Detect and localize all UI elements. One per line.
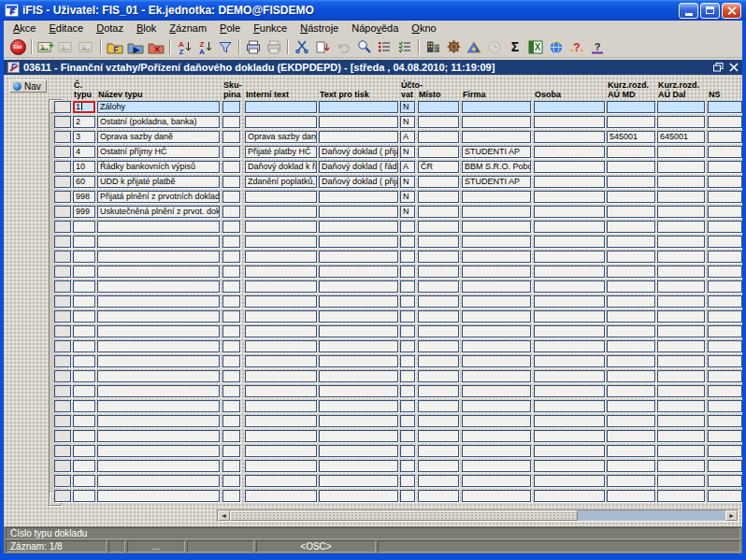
cell-skupina[interactable] bbox=[222, 475, 240, 487]
cell-osoba[interactable] bbox=[534, 385, 605, 397]
cell-skupina[interactable] bbox=[222, 191, 240, 203]
mdi-close-icon[interactable] bbox=[729, 63, 739, 72]
cell-dal[interactable] bbox=[657, 191, 705, 203]
row-selector[interactable] bbox=[54, 266, 71, 278]
cell-md[interactable] bbox=[607, 176, 655, 188]
cell-ns[interactable] bbox=[708, 101, 742, 113]
cell-skupina[interactable] bbox=[222, 325, 240, 337]
cell-uctovat[interactable] bbox=[400, 385, 415, 397]
cell-md[interactable] bbox=[607, 340, 655, 352]
cell-nazev[interactable] bbox=[97, 236, 220, 248]
cell-md[interactable] bbox=[607, 221, 655, 233]
cell-firma[interactable] bbox=[462, 445, 531, 457]
cell-md[interactable] bbox=[607, 490, 655, 502]
cell-misto[interactable] bbox=[418, 101, 459, 113]
row-selector[interactable] bbox=[54, 400, 71, 412]
cell-uctovat[interactable] bbox=[400, 490, 415, 502]
sort-descending-button[interactable]: ZA bbox=[194, 37, 215, 56]
cell-md[interactable] bbox=[607, 101, 655, 113]
cell-typ[interactable] bbox=[73, 415, 95, 427]
cell-tisk[interactable] bbox=[319, 475, 398, 487]
cell-typ[interactable] bbox=[73, 355, 95, 367]
cell-uctovat[interactable] bbox=[400, 475, 415, 487]
cell-uctovat[interactable]: A bbox=[400, 161, 415, 173]
cell-misto[interactable] bbox=[418, 176, 459, 188]
cell-dal[interactable] bbox=[657, 415, 705, 427]
cell-tisk[interactable]: Daňový doklad ( přijatý) bbox=[319, 176, 398, 188]
cell-typ[interactable] bbox=[73, 266, 95, 278]
cell-firma[interactable] bbox=[462, 236, 531, 248]
cell-md[interactable] bbox=[607, 460, 655, 472]
cell-skupina[interactable] bbox=[222, 251, 240, 263]
help-button[interactable]: ? bbox=[567, 37, 587, 56]
cell-uctovat[interactable] bbox=[400, 445, 415, 457]
cell-uctovat[interactable] bbox=[400, 355, 415, 367]
cell-uctovat[interactable]: N bbox=[400, 116, 415, 128]
row-selector[interactable] bbox=[54, 490, 71, 502]
cell-tisk[interactable] bbox=[319, 385, 398, 397]
row-selector[interactable] bbox=[54, 176, 71, 188]
cell-nazev[interactable] bbox=[97, 370, 220, 382]
cell-md[interactable] bbox=[607, 310, 655, 323]
cell-ns[interactable] bbox=[708, 161, 742, 173]
cell-typ[interactable] bbox=[73, 295, 95, 308]
cell-interni[interactable] bbox=[245, 370, 317, 382]
row-selector[interactable] bbox=[54, 385, 71, 397]
row-selector[interactable] bbox=[54, 355, 71, 367]
row-selector[interactable] bbox=[54, 221, 71, 233]
cell-skupina[interactable] bbox=[222, 101, 240, 113]
cell-misto[interactable] bbox=[418, 116, 459, 128]
cell-interni[interactable] bbox=[245, 430, 317, 442]
cell-ns[interactable] bbox=[708, 146, 742, 158]
cell-misto[interactable] bbox=[418, 221, 459, 233]
cell-md[interactable] bbox=[607, 445, 655, 457]
record-list-button[interactable] bbox=[395, 37, 415, 56]
cell-uctovat[interactable] bbox=[400, 325, 415, 337]
cell-md[interactable] bbox=[607, 191, 655, 203]
insert-record-button[interactable]: + bbox=[36, 37, 56, 56]
cell-skupina[interactable] bbox=[222, 176, 240, 188]
cell-misto[interactable] bbox=[418, 236, 459, 248]
cell-uctovat[interactable] bbox=[400, 310, 415, 323]
cell-misto[interactable] bbox=[418, 490, 459, 502]
cell-typ[interactable] bbox=[73, 251, 95, 263]
cell-tisk[interactable] bbox=[319, 131, 398, 143]
cell-nazev[interactable] bbox=[97, 385, 220, 397]
cell-interni[interactable] bbox=[245, 191, 317, 203]
cell-firma[interactable] bbox=[462, 101, 531, 113]
cell-ns[interactable] bbox=[708, 475, 742, 487]
row-selector[interactable] bbox=[54, 251, 71, 263]
row-selector[interactable] bbox=[54, 415, 71, 427]
cell-firma[interactable] bbox=[462, 460, 531, 472]
cell-nazev[interactable]: Ostatní (pokladna, banka) bbox=[97, 116, 220, 128]
cell-uctovat[interactable]: N bbox=[400, 206, 415, 218]
cell-uctovat[interactable] bbox=[400, 400, 415, 412]
cell-misto[interactable] bbox=[418, 146, 459, 158]
cell-misto[interactable] bbox=[418, 400, 459, 412]
cell-typ[interactable]: 998 bbox=[73, 191, 95, 203]
cell-firma[interactable] bbox=[462, 355, 531, 367]
cell-interni[interactable] bbox=[245, 460, 317, 472]
cell-misto[interactable]: ČR bbox=[418, 161, 459, 173]
cell-skupina[interactable] bbox=[222, 266, 240, 278]
execute-query-button[interactable]: ▶ bbox=[125, 37, 146, 56]
cell-uctovat[interactable]: N bbox=[400, 101, 415, 113]
cell-misto[interactable] bbox=[418, 415, 459, 427]
cell-interni[interactable] bbox=[245, 236, 317, 248]
cell-skupina[interactable] bbox=[222, 131, 240, 143]
cell-nazev[interactable] bbox=[97, 490, 220, 502]
cell-dal[interactable] bbox=[657, 251, 705, 263]
cell-interni[interactable]: Zdanění poplatků, p bbox=[245, 176, 317, 188]
cell-md[interactable]: 545001 bbox=[607, 131, 655, 143]
cell-nazev[interactable] bbox=[97, 445, 220, 457]
cell-skupina[interactable] bbox=[222, 400, 240, 412]
cell-tisk[interactable] bbox=[319, 236, 398, 248]
row-selector[interactable] bbox=[54, 325, 71, 337]
cell-interni[interactable] bbox=[245, 266, 317, 278]
cell-md[interactable] bbox=[607, 280, 655, 293]
cell-typ[interactable] bbox=[73, 460, 95, 472]
cell-md[interactable] bbox=[607, 385, 655, 397]
cell-typ[interactable] bbox=[73, 475, 95, 487]
cell-osoba[interactable] bbox=[534, 355, 605, 367]
cell-firma[interactable]: BBM S.R.O. Pobočk bbox=[462, 161, 531, 173]
